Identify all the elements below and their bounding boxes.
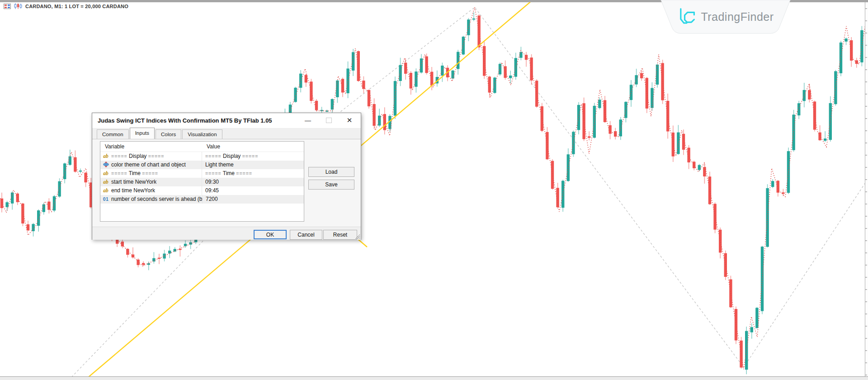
column-header-value: Value [202,142,304,152]
table-header: Variable Value [100,142,304,152]
mt5-window: CARDANO, M1: 1 LOT = 20,000 CARDANO Trad… [0,0,868,380]
parameter-name[interactable]: color theme of chart and object [100,161,202,169]
parameter-value[interactable]: 09:30 [202,178,304,186]
parameter-value[interactable]: 09:45 [202,186,304,195]
text-parameter-icon: ab [100,152,111,160]
parameter-name[interactable]: abstart time NewYork [100,178,202,186]
dialog-tabs: CommonInputsColorsVisualization [92,128,361,139]
market-depth-icon[interactable] [4,4,11,9]
indicator-settings-dialog: Judas Swing ICT Indices With Confirmatio… [92,113,361,240]
dialog-titlebar[interactable]: Judas Swing ICT Indices With Confirmatio… [92,113,361,128]
text-parameter-icon: ab [100,187,111,195]
dialog-title: Judas Swing ICT Indices With Confirmatio… [98,117,272,124]
color-parameter-icon [100,161,111,169]
inputs-tab-page: Variable Value ab===== Display =========… [92,139,361,227]
parameter-name[interactable]: abend time NewYork [100,186,202,195]
chart-type-icon[interactable] [14,3,22,9]
integer-parameter-icon: 01 [100,195,111,203]
time-axis[interactable] [0,376,868,380]
parameter-row[interactable]: color theme of chart and objectLight the… [100,161,304,169]
minimize-button[interactable]: — [300,113,316,128]
tab-visualization[interactable]: Visualization [182,129,222,139]
cancel-button[interactable]: Cancel [290,230,322,240]
parameter-value[interactable]: 7200 [203,195,304,204]
resize-grip[interactable] [355,234,360,239]
symbol-title: CARDANO, M1: 1 LOT = 20,000 CARDANO [25,4,128,9]
parameter-value[interactable]: Light theme [202,161,304,169]
tab-inputs[interactable]: Inputs [130,128,155,139]
dialog-footer: OK Cancel Reset [92,227,361,240]
parameter-name[interactable]: ab===== Time ===== [100,169,202,178]
save-button[interactable]: Save [308,180,354,190]
tradingfinder-logo-icon [677,7,695,27]
parameter-name[interactable]: ab===== Display ===== [100,152,202,161]
tradingfinder-logo-text: TradingFinder [701,10,774,24]
tab-colors[interactable]: Colors [156,129,181,139]
parameter-row[interactable]: abstart time NewYork09:30 [100,178,304,186]
close-icon[interactable]: ✕ [342,113,357,128]
parameter-value[interactable]: ===== Time ===== [202,169,304,178]
tradingfinder-badge: TradingFinder [656,0,795,36]
price-axis[interactable] [865,2,868,377]
text-parameter-icon: ab [100,178,111,186]
parameters-table: Variable Value ab===== Display =========… [100,141,304,222]
parameter-value[interactable]: ===== Display ===== [202,152,304,161]
parameter-row[interactable]: ab===== Display ========== Display ===== [100,152,304,161]
column-header-variable: Variable [100,142,202,152]
parameter-name[interactable]: 01number of seconds server is ahead (ba.… [100,195,203,204]
text-parameter-icon: ab [100,170,111,177]
load-button[interactable]: Load [308,167,354,177]
parameter-row[interactable]: ab===== Time ========== Time ===== [100,169,304,178]
tab-common[interactable]: Common [97,129,129,139]
ok-button[interactable]: OK [254,230,287,239]
parameter-row[interactable]: 01number of seconds server is ahead (ba.… [100,195,304,204]
parameter-row[interactable]: abend time NewYork09:45 [100,186,304,195]
chart-symbol-header: CARDANO, M1: 1 LOT = 20,000 CARDANO [4,3,128,9]
reset-button[interactable]: Reset [323,230,357,240]
maximize-button[interactable] [321,113,336,128]
